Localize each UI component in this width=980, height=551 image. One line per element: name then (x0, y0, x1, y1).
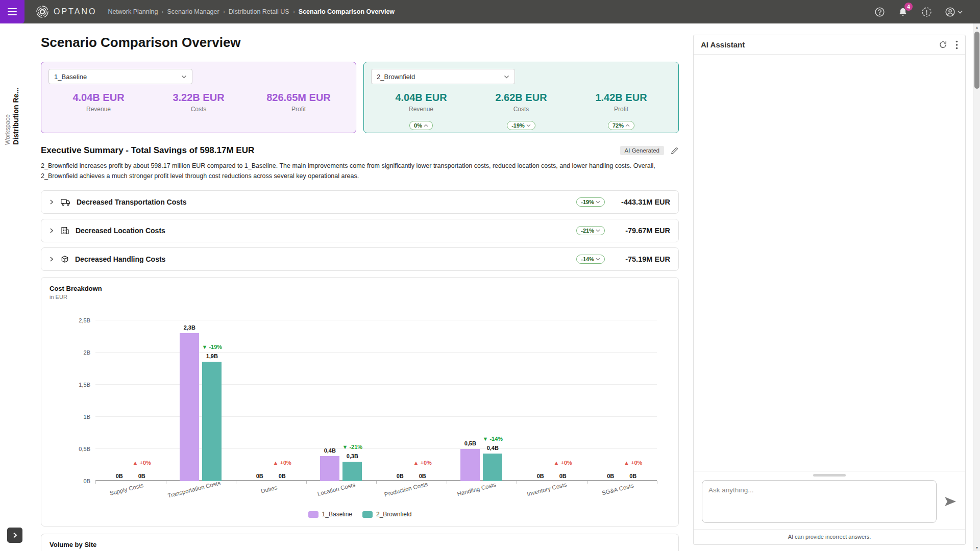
ai-conversation-area (694, 55, 965, 471)
metric-label: Costs (471, 106, 571, 113)
metric-value: 1.42B EUR (571, 92, 671, 104)
bar-value-label: 0B (545, 473, 581, 479)
top-bar: OPTANO Network Planning›Scenario Manager… (0, 0, 980, 23)
workspace-sidebar: Workspace Distribution Re... (0, 23, 29, 551)
bar-value-label: 0,4B (475, 445, 510, 451)
chart-subtitle: in EUR (50, 294, 670, 300)
notifications-bell-icon[interactable]: 4 (897, 6, 909, 17)
x-axis-tick (95, 481, 96, 484)
diff-label: ▼ -21% (329, 444, 375, 450)
logo-text: OPTANO (54, 7, 96, 16)
executive-summary-text: 2_Brownfield increases profit by about 5… (41, 161, 678, 181)
scroll-down-arrow-icon[interactable]: ▼ (973, 544, 980, 551)
page-title: Scenario Comparison Overview (41, 35, 679, 51)
breadcrumb-item[interactable]: Network Planning (108, 8, 158, 15)
kebab-menu-icon (955, 40, 958, 49)
x-axis-category-label: Production Costs (383, 481, 428, 498)
chevron-right-icon (13, 532, 17, 538)
x-axis-tick (306, 481, 307, 484)
x-axis-category-label: Location Costs (317, 482, 356, 497)
x-axis-category-label: Handling Costs (457, 482, 497, 497)
bar-baseline (460, 449, 480, 481)
change-badge[interactable]: -14% (576, 255, 605, 264)
workspace-name[interactable]: Distribution Re... (12, 37, 20, 145)
bar-value-label: 0B (615, 473, 651, 479)
workspace-label: Workspace (4, 37, 11, 145)
x-axis-tick (376, 481, 377, 484)
scenario-select-baseline[interactable]: 1_Baseline (48, 69, 192, 84)
y-axis-tick-label: 2,5B (52, 317, 90, 323)
change-badge[interactable]: -19% (507, 121, 535, 130)
expand-chevron-icon[interactable] (50, 228, 54, 234)
cost-row-value: -75.19M EUR (613, 255, 670, 263)
chart-legend: 1_Baseline 2_Brownfield (50, 511, 670, 518)
cost-breakdown-chart: 0B0,5B1B1,5B2B2,5B0B0B▲ +0%Supply Costs2… (95, 320, 657, 481)
chevron-down-icon (526, 124, 531, 127)
change-badge[interactable]: -19% (576, 197, 605, 207)
pencil-icon (670, 146, 679, 155)
legend-item[interactable]: 1_Baseline (308, 511, 352, 518)
resize-handle[interactable] (813, 474, 846, 477)
cost-row-label: Decreased Handling Costs (75, 255, 165, 263)
chevron-down-icon (596, 258, 600, 261)
chevron-up-icon (424, 124, 428, 127)
ai-assistant-header: AI Assistant (694, 35, 965, 55)
system-status-icon[interactable] (921, 6, 932, 17)
diff-label: ▲ +0% (610, 460, 656, 466)
scenario-metric: 4.04B EURRevenue0% (371, 92, 471, 130)
change-badge[interactable]: -21% (576, 226, 605, 235)
cost-saving-row[interactable]: Decreased Location Costs -21% -79.67M EU… (41, 219, 679, 242)
scenario-comparison-cards: 1_Baseline 4.04B EURRevenue3.22B EURCost… (41, 62, 679, 133)
bar-brownfield (483, 454, 502, 481)
scrollbar-thumb[interactable] (974, 32, 979, 89)
cost-row-value: -79.67M EUR (613, 227, 670, 235)
more-options-button[interactable] (955, 40, 958, 49)
truck-icon (61, 198, 70, 206)
breadcrumb-item[interactable]: Scenario Manager (167, 8, 219, 15)
selected-scenario-label: 1_Baseline (54, 73, 87, 81)
change-badge[interactable]: 72% (608, 121, 634, 130)
change-badge[interactable]: 0% (409, 121, 433, 130)
app-logo: OPTANO (36, 5, 96, 18)
scenario-select-brownfield[interactable]: 2_Brownfield (371, 69, 515, 84)
send-message-button[interactable] (944, 496, 957, 507)
breadcrumb-item[interactable]: Distribution Retail US (229, 8, 289, 15)
bar-baseline (320, 456, 339, 481)
x-axis-category-label: SG&A Costs (601, 482, 634, 496)
cost-saving-row[interactable]: Decreased Handling Costs -14% -75.19M EU… (41, 247, 679, 271)
metric-label: Revenue (48, 106, 149, 113)
ai-chat-input[interactable] (702, 480, 937, 523)
bar-value-label: 0B (264, 473, 300, 479)
legend-swatch (308, 511, 318, 518)
y-axis-tick-label: 1,5B (52, 382, 90, 388)
expand-chevron-icon[interactable] (50, 199, 54, 205)
metric-badge-wrap: -19% (471, 120, 571, 130)
edit-summary-button[interactable] (670, 146, 679, 155)
notification-badge: 4 (904, 3, 913, 11)
scroll-up-arrow-icon[interactable]: ▲ (973, 23, 980, 31)
building-icon (61, 227, 69, 235)
refresh-button[interactable] (939, 40, 947, 49)
metric-value: 4.04B EUR (48, 92, 149, 104)
breadcrumb-separator: › (293, 8, 295, 15)
metric-value: 3.22B EUR (149, 92, 249, 104)
chevron-down-icon (596, 201, 600, 204)
user-account-icon (944, 6, 955, 17)
y-axis-tick-label: 0B (52, 478, 90, 484)
legend-item[interactable]: 2_Brownfield (362, 511, 411, 518)
vertical-scrollbar[interactable]: ▲ ▼ (973, 23, 980, 551)
badge-value: -19% (511, 122, 525, 129)
menu-icon[interactable] (0, 0, 24, 23)
metric-label: Costs (149, 106, 249, 113)
x-axis-category-label: Duties (260, 484, 278, 494)
ai-assistant-title: AI Assistant (701, 40, 745, 49)
account-menu[interactable] (944, 6, 963, 17)
chevron-up-icon (625, 124, 630, 127)
gridline (95, 320, 657, 320)
scenario-metric: 2.62B EURCosts-19% (471, 92, 571, 130)
expand-chevron-icon[interactable] (50, 256, 54, 262)
bar-value-label: 0B (124, 473, 160, 479)
help-icon[interactable] (874, 6, 885, 17)
sidebar-expand-button[interactable] (7, 528, 22, 543)
cost-saving-row[interactable]: Decreased Transportation Costs -19% -443… (41, 190, 679, 214)
